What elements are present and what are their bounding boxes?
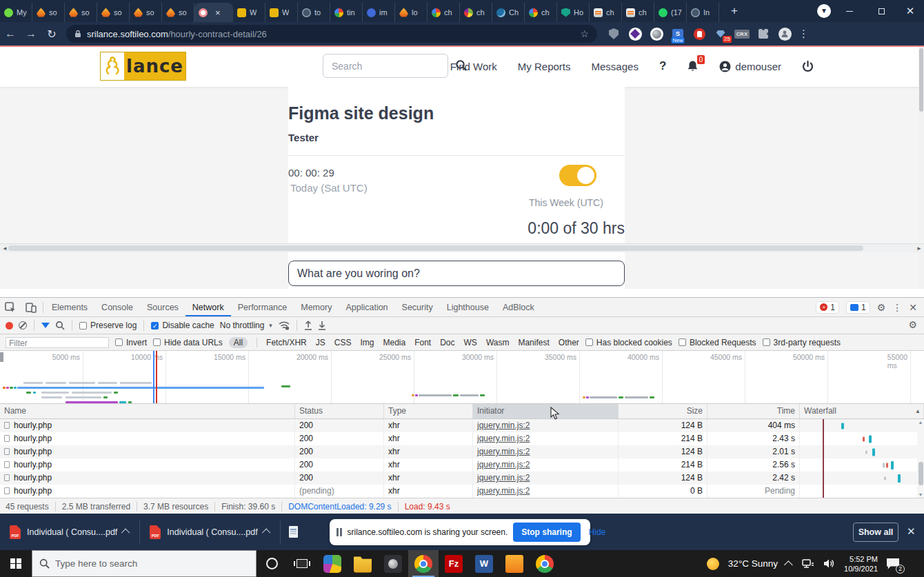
weather-text[interactable]: 32°C Sunny	[728, 558, 778, 569]
browser-tab-22[interactable]: In	[687, 3, 719, 22]
logout-power-icon[interactable]	[802, 61, 814, 72]
nav-my-reports[interactable]: My Reports	[518, 61, 571, 72]
scroll-up-arrow[interactable]: ▲	[918, 420, 923, 425]
taskbar-app-filezilla[interactable]: Fz	[439, 550, 469, 577]
filter-type-all[interactable]: All	[229, 337, 248, 348]
filter-type-other[interactable]: Other	[559, 338, 579, 347]
reload-button[interactable]: ↻	[41, 28, 62, 41]
taskbar-app-orange[interactable]	[499, 550, 530, 577]
network-settings-gear-icon[interactable]: ⚙	[908, 319, 917, 330]
notifications-bell-icon[interactable]: 0	[687, 60, 699, 72]
browser-tab-4[interactable]: so	[97, 3, 130, 22]
new-tab-button[interactable]: +	[726, 4, 743, 18]
taskbar-app-chrome[interactable]	[408, 550, 439, 577]
tray-chevron-up-icon[interactable]	[784, 560, 793, 569]
purple-diamond-extension-icon[interactable]	[628, 27, 642, 41]
browser-tab-6[interactable]: so	[162, 3, 194, 22]
bookmark-star-icon[interactable]: ☆	[580, 28, 589, 39]
task-view-button[interactable]	[287, 550, 317, 577]
chevron-up-icon[interactable]	[121, 529, 130, 538]
address-bar[interactable]: srilance.softileo.com/hourly-contract-de…	[66, 25, 597, 43]
window-maximize-button[interactable]	[867, 0, 895, 22]
document-icon[interactable]	[289, 526, 298, 538]
browser-tab-15[interactable]: ch	[460, 3, 492, 22]
initiator-link[interactable]: jquery.min.js:2	[477, 486, 530, 496]
forward-button[interactable]: →	[21, 28, 41, 40]
browser-tab-9[interactable]: W	[265, 3, 298, 22]
initiator-link[interactable]: jquery.min.js:2	[477, 447, 530, 456]
network-request-row[interactable]: hourly.php200xhrjquery.min.js:2214 B2.56…	[0, 458, 924, 472]
browser-tab-7[interactable]: ×	[194, 3, 233, 22]
devtools-tab-lighthouse[interactable]: Lighthouse	[440, 298, 496, 316]
table-scrollbar-thumb[interactable]	[918, 462, 923, 485]
devtools-tab-console[interactable]: Console	[94, 298, 140, 316]
taskbar-app-color1[interactable]	[317, 550, 348, 577]
taskbar-app-explorer[interactable]	[348, 550, 378, 577]
table-vertical-scrollbar[interactable]: ▲ ▼	[917, 419, 924, 498]
network-tray-icon[interactable]	[802, 558, 814, 569]
filter-type-doc[interactable]: Doc	[440, 338, 454, 347]
initiator-link[interactable]: jquery.min.js:2	[477, 460, 530, 469]
help-icon[interactable]: ?	[659, 59, 666, 73]
browser-tab-11[interactable]: tin	[330, 3, 363, 22]
site-logo[interactable]: lance	[100, 52, 186, 81]
initiator-link[interactable]: jquery.min.js:2	[477, 421, 530, 430]
browser-tab-1[interactable]: My	[0, 3, 32, 22]
puzzle-extensions-icon[interactable]	[756, 27, 770, 41]
browser-tab-13[interactable]: lo	[395, 3, 428, 22]
column-header-type[interactable]: Type	[384, 404, 473, 418]
timer-toggle[interactable]	[559, 165, 596, 186]
device-toolbar-icon[interactable]	[21, 298, 41, 316]
devtools-tab-network[interactable]: Network	[185, 298, 231, 316]
downloads-bar-close-icon[interactable]: ✕	[907, 525, 916, 538]
browser-tab-14[interactable]: ch	[428, 3, 460, 22]
s-extension-icon[interactable]: SNew	[671, 27, 685, 41]
download-item-1[interactable]: PDF Individual ( Consu....pdf	[0, 514, 139, 550]
devtools-tab-memory[interactable]: Memory	[294, 298, 339, 316]
taskbar-clock[interactable]: 5:52 PM10/9/2021	[844, 554, 878, 574]
devtools-tab-sources[interactable]: Sources	[140, 298, 185, 316]
browser-tab-3[interactable]: so	[65, 3, 97, 22]
nav-messages[interactable]: Messages	[592, 61, 639, 72]
disable-cache-checkbox[interactable]: ✓Disable cache	[151, 321, 214, 330]
browser-tab-2[interactable]: so	[32, 3, 65, 22]
devtools-tab-security[interactable]: Security	[395, 298, 440, 316]
invert-checkbox[interactable]: Invert	[115, 338, 147, 347]
taskbar-app-dark[interactable]	[378, 550, 408, 577]
filter-input[interactable]: Filter	[6, 337, 109, 348]
memo-input[interactable]: What are you woring on?	[288, 261, 625, 286]
browser-tab-8[interactable]: W	[233, 3, 265, 22]
network-request-row[interactable]: hourly.php200xhrjquery.min.js:2214 B2.43…	[0, 432, 924, 445]
error-count[interactable]: ×1	[816, 301, 839, 314]
filter-funnel-icon[interactable]	[41, 323, 50, 328]
third-party-requests-checkbox[interactable]: 3rd-party requests	[763, 338, 841, 347]
browser-menu-icon[interactable]: ⋮	[799, 28, 809, 40]
filter-type-font[interactable]: Font	[414, 338, 431, 347]
taskbar-search-box[interactable]: Type here to search	[32, 550, 257, 577]
user-menu[interactable]: demouser	[719, 61, 781, 72]
taskbar-app-word[interactable]: W	[469, 550, 499, 577]
browser-tab-17[interactable]: ch	[525, 3, 557, 22]
weather-sun-icon[interactable]	[707, 558, 719, 570]
scroll-right-arrow[interactable]: ►	[916, 245, 922, 253]
show-all-button[interactable]: Show all	[853, 523, 898, 542]
start-button[interactable]	[0, 550, 32, 577]
hscroll-thumb[interactable]	[8, 245, 863, 251]
cortana-button[interactable]	[257, 550, 287, 577]
site-search-input[interactable]: Search	[323, 54, 448, 78]
devtools-tab-performance[interactable]: Performance	[231, 298, 294, 316]
network-search-icon[interactable]	[55, 321, 65, 330]
column-header-status[interactable]: Status	[295, 404, 384, 418]
browser-tab-19[interactable]: ch	[590, 3, 622, 22]
devtools-close-icon[interactable]: ✕	[909, 302, 917, 313]
devtools-tab-adblock[interactable]: AdBlock	[496, 298, 541, 316]
filter-type-css[interactable]: CSS	[334, 338, 352, 347]
filter-type-img[interactable]: Img	[360, 338, 374, 347]
taskbar-app-chrome2[interactable]	[530, 550, 560, 577]
import-har-icon[interactable]	[304, 321, 312, 330]
scroll-down-arrow[interactable]: ▼	[918, 492, 923, 497]
page-scrollbar-thumb[interactable]	[919, 48, 923, 112]
inspect-element-icon[interactable]	[0, 298, 21, 316]
tab-close-icon[interactable]: ×	[215, 8, 221, 18]
initiator-link[interactable]: jquery.min.js:2	[477, 434, 530, 443]
